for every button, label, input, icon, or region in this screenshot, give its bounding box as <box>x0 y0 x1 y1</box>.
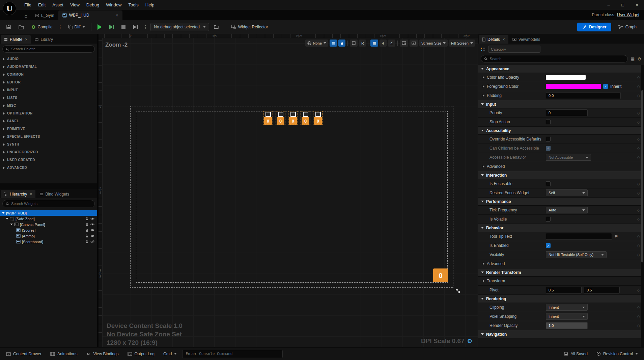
tab-library[interactable]: Library <box>31 35 56 44</box>
lock-icon[interactable] <box>85 217 88 221</box>
inherit-checkbox[interactable]: ✓ <box>603 84 608 89</box>
maximize-button[interactable]: □ <box>616 0 630 10</box>
lock-icon[interactable] <box>85 223 88 226</box>
palette-category-input[interactable]: INPUT <box>0 86 97 94</box>
palette-category-special-effects[interactable]: SPECIAL EFFECTS <box>0 133 97 140</box>
palette-category-panel[interactable]: PANEL <box>0 117 97 125</box>
expand-arrow-icon[interactable] <box>483 280 484 282</box>
expand-arrow-icon[interactable] <box>483 76 484 79</box>
tab-viewmodels[interactable]: Viewmodels <box>509 35 543 44</box>
close-button[interactable]: × <box>630 0 644 10</box>
reset-to-default-icon[interactable]: ◇ <box>637 305 640 310</box>
expand-arrow-icon[interactable] <box>483 262 484 265</box>
reset-to-default-icon[interactable]: ◇ <box>637 314 640 319</box>
visibility-eye-icon[interactable] <box>90 229 94 232</box>
palette-search-input[interactable] <box>11 47 91 51</box>
ammo-image[interactable] <box>278 112 283 117</box>
ammo-widget[interactable]: 0 <box>313 111 323 125</box>
foreground-color-swatch[interactable] <box>546 84 601 89</box>
palette-category-advanced[interactable]: ADVANCED <box>0 164 97 172</box>
palette-category-audiomaterial[interactable]: AUDIOMATERIAL <box>0 63 97 71</box>
tab-wbp-hud[interactable]: WBP_HUD × <box>58 10 122 20</box>
minimize-button[interactable]: – <box>601 0 616 10</box>
tree-item-wbp-hud[interactable]: [WBP_HUD] <box>0 210 97 216</box>
desired-focus-widget-dropdown[interactable]: Self <box>546 189 588 196</box>
section-navigation[interactable]: Navigation <box>478 330 644 338</box>
is-volatile-checkbox[interactable] <box>546 217 551 222</box>
snap-angle-button[interactable]: ∠ <box>388 40 395 47</box>
reset-to-default-icon[interactable]: ◇ <box>637 111 640 115</box>
reset-to-default-icon[interactable]: ◇ <box>637 191 640 195</box>
visibility-hidden-eye-icon[interactable] <box>90 240 94 243</box>
override-accessible-defaults-checkbox[interactable] <box>546 137 551 142</box>
render-opacity-slider[interactable]: 1.0 <box>546 322 588 329</box>
palette-category-primitive[interactable]: PRIMITIVE <box>0 125 97 133</box>
hierarchy-search-box[interactable] <box>2 200 95 207</box>
details-search-input[interactable] <box>490 57 624 61</box>
lock-viewport-button[interactable] <box>338 40 345 47</box>
grid-snap-size-button[interactable]: 4 <box>380 40 387 47</box>
menu-view[interactable]: View <box>67 1 83 9</box>
preview-background-dropdown[interactable]: None <box>305 40 328 47</box>
reset-to-default-icon[interactable]: ◇ <box>637 324 640 328</box>
menu-edit[interactable]: Edit <box>35 1 49 9</box>
reset-to-default-icon[interactable]: ◇ <box>637 243 640 248</box>
outline-toggle-button[interactable] <box>350 40 358 47</box>
graph-mode-button[interactable]: Graph <box>614 23 641 31</box>
cmd-dropdown[interactable]: Cmd <box>160 350 180 358</box>
menu-asset[interactable]: Asset <box>49 1 67 9</box>
reset-to-default-icon[interactable]: ◇ <box>637 288 640 292</box>
palette-category-synth[interactable]: SYNTH <box>0 140 97 148</box>
output-log-button[interactable]: Output Log <box>124 350 158 358</box>
visibility-dropdown[interactable]: Not Hit-Testable (Self Only) <box>546 251 607 258</box>
revision-control-button[interactable]: Revision Control <box>593 350 641 358</box>
tick-frequency-dropdown[interactable]: Auto <box>546 207 588 213</box>
reset-to-default-icon[interactable]: ◇ <box>637 208 640 212</box>
reset-to-default-icon[interactable]: ◇ <box>637 94 640 98</box>
ammo-image[interactable] <box>290 112 296 117</box>
category-filter-input[interactable] <box>491 47 538 51</box>
scrollbar-thumb[interactable] <box>641 90 643 262</box>
tab-details[interactable]: Details × <box>479 35 508 44</box>
reset-to-default-icon[interactable]: ◇ <box>637 217 640 222</box>
advance-button[interactable] <box>130 23 140 31</box>
collapse-arrow-icon[interactable] <box>10 224 13 225</box>
section-render-transform[interactable]: Render Transform <box>478 268 644 277</box>
ammo-image[interactable] <box>315 112 321 117</box>
bind-flag-icon[interactable]: ⚑ <box>614 234 618 239</box>
ammo-widget-group[interactable]: 0 0 0 0 0 <box>263 111 323 125</box>
palette-category-audio[interactable]: AUDIO <box>0 55 97 63</box>
row-accessibility-advanced[interactable]: Advanced <box>478 162 644 171</box>
reset-to-default-icon[interactable]: ◇ <box>637 253 640 257</box>
reset-to-default-icon[interactable]: ◇ <box>637 182 640 186</box>
animations-button[interactable]: Animations <box>47 350 81 358</box>
section-input[interactable]: Input <box>478 100 644 108</box>
ammo-count[interactable]: 0 <box>277 117 284 125</box>
collapse-arrow-icon[interactable] <box>2 212 5 214</box>
tree-item-canvas-panel[interactable]: [Canvas Panel] <box>0 222 97 227</box>
tab-palette[interactable]: Palette × <box>1 35 31 44</box>
tree-item-scoreboard[interactable]: [Scoreboard] <box>0 239 97 245</box>
tool-tip-text-input[interactable] <box>549 234 609 238</box>
display-settings-icon[interactable]: ▦ <box>631 56 635 61</box>
palette-category-lists[interactable]: LISTS <box>0 94 97 102</box>
tab-bind-widgets[interactable]: Bind Widgets <box>36 190 73 198</box>
ammo-count[interactable]: 0 <box>289 117 297 125</box>
reset-to-default-icon[interactable]: ◇ <box>637 155 640 160</box>
score-counter-widget[interactable]: 0 <box>433 268 448 282</box>
lock-icon[interactable] <box>85 229 88 232</box>
reset-to-default-icon[interactable]: ◇ <box>637 146 640 151</box>
visibility-eye-icon[interactable] <box>90 217 94 220</box>
ammo-widget[interactable]: 0 <box>263 111 273 125</box>
all-saved-button[interactable]: All Saved <box>560 350 591 358</box>
palette-category-misc[interactable]: MISC <box>0 102 97 109</box>
clipping-dropdown[interactable]: Inherit <box>546 304 588 311</box>
pivot-x-field[interactable]: 0.5 <box>546 287 582 293</box>
reset-to-default-icon[interactable]: ◇ <box>637 75 640 80</box>
grid-snap-toggle-button[interactable]: ▦ <box>370 40 378 47</box>
can-children-be-accessible-checkbox[interactable]: ✓ <box>546 146 551 151</box>
close-panel-icon[interactable]: × <box>25 37 27 42</box>
designer-mode-button[interactable]: Designer <box>577 23 611 31</box>
is-enabled-checkbox[interactable]: ✓ <box>546 243 551 248</box>
dpi-settings-gear-icon[interactable]: ⚙ <box>467 338 472 345</box>
